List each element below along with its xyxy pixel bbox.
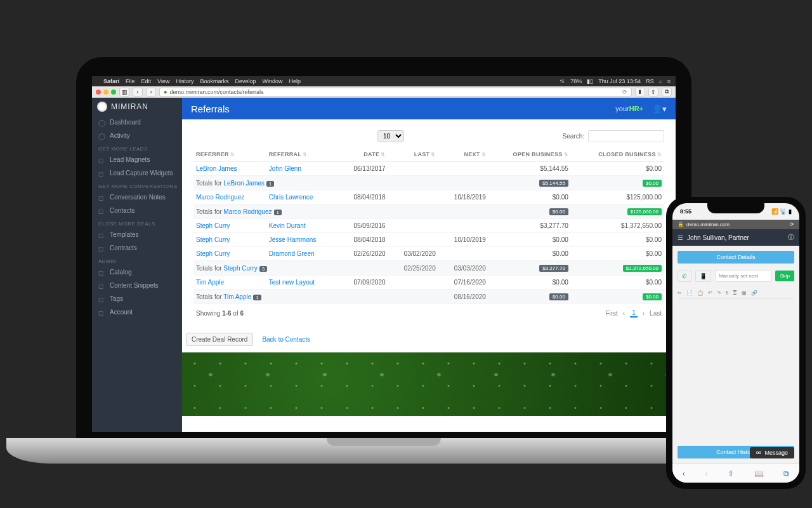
brand[interactable]: MIMIRAN	[92, 98, 182, 116]
sidebar-item-contacts[interactable]: ◻ Contacts	[92, 204, 182, 217]
referrer-link[interactable]: LeBron James	[196, 165, 237, 172]
laptop-base	[6, 438, 761, 464]
copy-icon[interactable]: 📄	[686, 290, 693, 296]
pager-last[interactable]: Last	[650, 310, 662, 317]
back-icon[interactable]: ‹	[683, 469, 685, 478]
minimize-icon[interactable]	[103, 90, 108, 95]
menu-help[interactable]: Help	[289, 78, 301, 84]
referrer-link[interactable]: Steph Curry	[196, 236, 230, 243]
signal-icon: 📶 📡 ▮	[771, 208, 792, 215]
next-date-input[interactable]: Manually set next	[715, 270, 771, 282]
referral-link[interactable]: Dramond Green	[269, 250, 315, 257]
share-icon[interactable]: ⇪	[648, 88, 658, 97]
sidebar-item-lead magnets[interactable]: ◻ Lead Magnets	[92, 153, 182, 166]
user-menu[interactable]: 👤▾	[652, 104, 667, 114]
menu-icon[interactable]: ☰	[678, 234, 683, 241]
cell-last	[388, 219, 438, 233]
close-icon[interactable]	[96, 90, 101, 95]
col-closed business[interactable]: CLOSED BUSINESS⇅	[571, 147, 664, 162]
back-button[interactable]: ‹	[133, 88, 143, 97]
contact-details-button[interactable]: Contact Details	[678, 251, 794, 264]
forward-icon[interactable]: ›	[705, 469, 707, 478]
pager-prev[interactable]: ‹	[623, 310, 625, 317]
menu-file[interactable]: File	[126, 78, 135, 84]
sidebar-item-templates[interactable]: ◻ Templates	[92, 228, 182, 241]
share-icon[interactable]: ⇧	[728, 469, 734, 478]
back-link[interactable]: Back to Contacts	[262, 336, 310, 343]
paste-icon[interactable]: 📋	[697, 290, 704, 296]
search-input[interactable]	[588, 130, 664, 142]
bookmarks-icon[interactable]: 📖	[754, 469, 764, 478]
menu-develop[interactable]: Develop	[235, 78, 256, 84]
maximize-icon[interactable]	[111, 90, 116, 95]
menu-history[interactable]: History	[176, 78, 193, 84]
sidebar-item-catalog[interactable]: ◻ Catalog	[92, 265, 182, 279]
col-referral[interactable]: REFERRAL⇅	[266, 147, 338, 162]
app-name[interactable]: Safari	[103, 78, 119, 84]
contract-icon: ◻	[98, 245, 105, 251]
col-last[interactable]: LAST⇅	[388, 147, 438, 162]
menu-icon[interactable]: ≡	[667, 78, 671, 84]
pager-first[interactable]: First	[605, 310, 617, 317]
sidebar-item-content snippets[interactable]: ◻ Content Snippets	[92, 279, 182, 292]
format-icon[interactable]: ¶	[726, 290, 728, 296]
table-icon[interactable]: ▦	[742, 290, 747, 296]
forward-button[interactable]: ›	[146, 88, 156, 97]
create-deal-button[interactable]: Create Deal Record	[186, 333, 253, 346]
referrer-link[interactable]: Steph Curry	[196, 250, 230, 257]
search-icon[interactable]: ⌕	[659, 78, 662, 84]
sidebar-item-lead capture widgets[interactable]: ◻ Lead Capture Widgets	[92, 166, 182, 180]
skip-button[interactable]: Skip	[775, 271, 794, 281]
col-open business[interactable]: OPEN BUSINESS⇅	[488, 147, 571, 162]
address-bar[interactable]: ● demo.mimiran.com/contacts/referrals ⟳	[159, 88, 632, 97]
cell-last	[388, 190, 438, 204]
redo-icon[interactable]: ↷	[717, 290, 721, 296]
sidebar-item-account[interactable]: ◻ Account	[92, 305, 182, 319]
sidebar-section-title: CLOSE MORE DEALS	[92, 217, 182, 228]
message-button[interactable]: ✉ Message	[750, 447, 794, 458]
user-initials[interactable]: RS	[646, 78, 654, 84]
pager-next[interactable]: ›	[643, 310, 645, 317]
referrer-link[interactable]: Steph Curry	[196, 222, 230, 229]
link-icon[interactable]: 🔗	[751, 290, 757, 296]
col-date[interactable]: DATE⇅	[337, 147, 388, 162]
page-size-select[interactable]: 10	[377, 130, 404, 142]
sidebar-item-tags[interactable]: ◻ Tags	[92, 292, 182, 305]
menu-edit[interactable]: Edit	[141, 78, 152, 84]
sidebar-item-dashboard[interactable]: ◯ Dashboard	[92, 116, 182, 129]
referrer-link[interactable]: Tim Apple	[196, 279, 224, 286]
speedometer-icon: ◯	[98, 119, 105, 126]
col-next[interactable]: NEXT⇅	[438, 147, 488, 162]
referral-link[interactable]: Kevin Durant	[269, 222, 306, 229]
sidebar-item-activity[interactable]: ◯ Activity	[92, 129, 182, 142]
referral-link[interactable]: John Glenn	[269, 165, 301, 172]
download-icon[interactable]: ⬇	[635, 88, 645, 97]
window-controls[interactable]	[96, 90, 116, 95]
info-icon[interactable]: ⓘ	[788, 233, 794, 242]
mobile-icon[interactable]: 📱	[695, 271, 711, 282]
tabs-icon[interactable]: ⧉	[662, 88, 672, 97]
sidebar-item-label: Lead Magnets	[110, 156, 150, 163]
referrer-link[interactable]: Marco Rodriguez	[196, 194, 244, 201]
menu-view[interactable]: View	[157, 78, 169, 84]
referral-link[interactable]: Chris Lawrence	[269, 194, 313, 201]
sidebar-item-contracts[interactable]: ◻ Contracts	[92, 241, 182, 255]
reload-icon[interactable]: ⟳	[622, 89, 627, 95]
col-referrer[interactable]: REFERRER⇅	[193, 147, 266, 162]
list-icon[interactable]: ≣	[733, 290, 737, 296]
reload-icon[interactable]: ⟳	[790, 222, 794, 227]
phone-address-bar[interactable]: 🔒 demo.mimiran.com ⟳	[672, 220, 799, 229]
sidebar-item-conversation notes[interactable]: ◻ Conversation Notes	[92, 190, 182, 204]
call-icon[interactable]: ✆	[678, 271, 691, 282]
tabs-icon[interactable]: ⧉	[783, 469, 789, 478]
menu-bookmarks[interactable]: Bookmarks	[200, 78, 228, 84]
sidebar-toggle-icon[interactable]: ▥	[119, 88, 129, 97]
pager-current[interactable]: 1	[630, 309, 638, 318]
referral-link[interactable]: Jesse Hammons	[269, 236, 316, 243]
referral-link[interactable]: Test new Layout	[269, 279, 315, 286]
undo-icon[interactable]: ↶	[708, 290, 712, 296]
wifi-icon[interactable]: ᯾	[560, 78, 565, 84]
cut-icon[interactable]: ✂	[678, 290, 682, 296]
content: 10 Search: REFERRER⇅REFERRAL⇅DATE⇅LAST⇅N…	[182, 119, 676, 328]
menu-window[interactable]: Window	[262, 78, 282, 84]
